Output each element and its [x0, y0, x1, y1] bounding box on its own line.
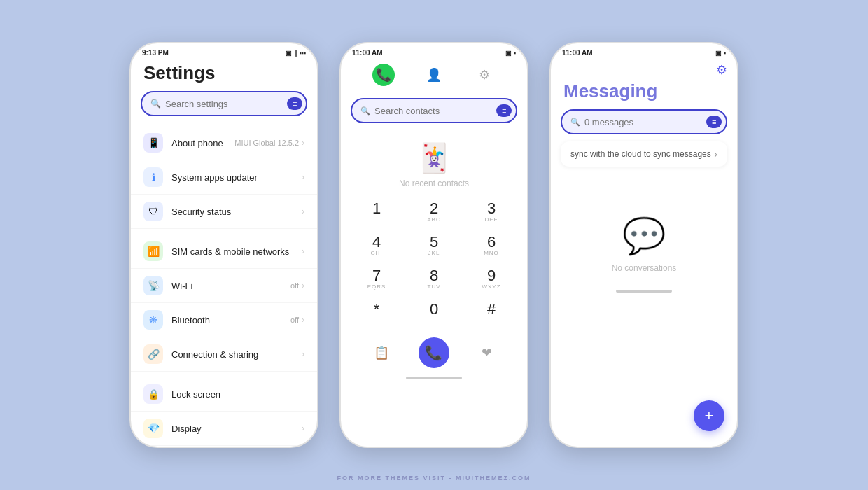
settings-item-sim[interactable]: 📶 SIM cards & mobile networks ›	[131, 234, 317, 269]
search-settings-input[interactable]	[165, 99, 283, 109]
display-text: Display	[172, 424, 293, 434]
settings-gear-icon[interactable]: ⚙	[716, 62, 727, 78]
settings-item-wifi[interactable]: 📡 Wi-Fi off ›	[131, 269, 317, 303]
dialer-topbar: 📞 👤 ⚙	[341, 59, 527, 92]
chevron-icon-3: ›	[302, 206, 304, 216]
dial-hash[interactable]: #	[463, 296, 520, 330]
dialpad: 1 2 ABC 3 DEF 4 GHI 5 JKL 6 MNO	[341, 195, 527, 330]
dial-star[interactable]: *	[348, 296, 405, 330]
messaging-search-bar[interactable]: 🔍 ≡	[561, 109, 727, 134]
settings-item-bluetooth[interactable]: ❋ Bluetooth off ›	[131, 303, 317, 337]
about-label: About phone	[172, 138, 226, 148]
dial-5[interactable]: 5 JKL	[405, 229, 463, 262]
lockscreen-label: Lock screen	[172, 389, 304, 400]
security-icon: 🛡	[144, 202, 163, 221]
settings-item-sound[interactable]: 🔔 Sound & vibration ›	[131, 446, 317, 448]
search-contacts-input[interactable]	[374, 106, 492, 116]
tab-contacts[interactable]: 👤	[423, 64, 445, 86]
dialer-menu-icon[interactable]: ≡	[496, 104, 512, 117]
msg-menu-icon[interactable]: ≡	[706, 115, 722, 128]
bt-status: off	[290, 316, 299, 324]
sysapps-icon: ℹ	[144, 167, 163, 187]
about-right: MIUI Global 12.5.2 ›	[234, 138, 304, 148]
dial-7[interactable]: 7 PQRS	[348, 262, 405, 296]
recents-tab[interactable]: 📋	[366, 337, 397, 368]
bt-right: off ›	[290, 315, 304, 325]
chevron-icon-9: ›	[302, 424, 304, 433]
lockscreen-icon: 🔒	[144, 384, 163, 404]
wifi-text: Wi-Fi	[172, 281, 282, 291]
status-icons-2: ▣ ▪	[505, 50, 516, 57]
connection-icon: 🔗	[144, 344, 163, 364]
phone-dialer: 11:00 AM ▣ ▪ 📞 👤 ⚙ 🔍 ≡ 🃏 No recent conta…	[340, 42, 528, 448]
dialer-bottom-bar: 📋 📞 ❤	[341, 330, 527, 374]
search-messages-input[interactable]	[584, 117, 702, 127]
messaging-topbar: ⚙	[551, 59, 737, 79]
no-contacts-icon: 🃏	[416, 141, 451, 174]
tab-settings[interactable]: ⚙	[473, 64, 496, 86]
phone-messaging: 11:00 AM ▣ ▪ ⚙ Messaging 🔍 ≡ sync with t…	[550, 42, 738, 448]
dialer-search-bar[interactable]: 🔍 ≡	[351, 98, 517, 123]
sync-text: sync with the cloud to sync messages	[570, 149, 711, 159]
divider-2	[131, 372, 317, 377]
settings-content: Settings 🔍 ≡ 📱 About phone MIUI Global 1…	[131, 59, 317, 448]
no-conv-text: No conversations	[612, 263, 677, 273]
favorites-tab[interactable]: ❤	[471, 337, 502, 368]
settings-item-security[interactable]: 🛡 Security status ›	[131, 195, 317, 229]
dial-6[interactable]: 6 MNO	[463, 229, 520, 262]
settings-title: Settings	[131, 59, 317, 91]
dial-3[interactable]: 3 DEF	[463, 195, 520, 229]
call-button[interactable]: 📞	[419, 337, 449, 368]
settings-item-lockscreen[interactable]: 🔒 Lock screen	[131, 377, 317, 412]
dial-9[interactable]: 9 WXYZ	[463, 262, 520, 296]
home-indicator-3	[616, 290, 672, 293]
sim-icon: 📶	[144, 241, 163, 261]
time-3: 11:00 AM	[562, 49, 593, 57]
wifi-status: off	[290, 281, 299, 290]
security-text: Security status	[172, 206, 293, 217]
dial-4[interactable]: 4 GHI	[348, 229, 405, 262]
no-contacts-area: 🃏 No recent contacts	[341, 127, 527, 195]
search-icon: 🔍	[150, 99, 161, 108]
settings-item-sysapps[interactable]: ℹ System apps updater ›	[131, 160, 317, 195]
settings-item-about[interactable]: 📱 About phone MIUI Global 12.5.2 ›	[131, 126, 317, 160]
sync-chevron-icon: ›	[714, 148, 718, 160]
messaging-title: Messaging	[551, 79, 737, 109]
lockscreen-text: Lock screen	[172, 389, 304, 400]
chevron-icon-2: ›	[302, 172, 304, 182]
sync-banner[interactable]: sync with the cloud to sync messages ›	[561, 141, 727, 167]
settings-item-display[interactable]: 💎 Display ›	[131, 412, 317, 446]
sim-text: SIM cards & mobile networks	[172, 246, 293, 257]
wifi-label: Wi-Fi	[172, 281, 282, 291]
chevron-icon-5: ›	[302, 281, 304, 290]
signal-icon: ▣ ∥ ▪▪▪	[286, 50, 306, 57]
about-sub: MIUI Global 12.5.2	[234, 139, 299, 147]
chevron-icon-6: ›	[302, 315, 304, 325]
dial-8[interactable]: 8 TUV	[405, 262, 463, 296]
chevron-icon-4: ›	[302, 246, 304, 256]
status-bar-3: 11:00 AM ▣ ▪	[551, 43, 737, 59]
watermark: FOR MORE THEMES VISIT - MIUITHEMEZ.COM	[337, 475, 531, 482]
status-icons-3: ▣ ▪	[715, 50, 726, 57]
sysapps-text: System apps updater	[172, 172, 293, 183]
msg-search-icon: 🔍	[570, 118, 580, 127]
display-icon: 💎	[144, 419, 163, 438]
settings-item-connection[interactable]: 🔗 Connection & sharing ›	[131, 337, 317, 372]
dial-0[interactable]: 0	[405, 296, 463, 330]
security-label: Security status	[172, 206, 293, 217]
compose-fab[interactable]: +	[694, 400, 724, 431]
dial-2[interactable]: 2 ABC	[405, 195, 463, 229]
status-bar-1: 9:13 PM ▣ ∥ ▪▪▪	[131, 43, 317, 59]
display-label: Display	[172, 424, 293, 434]
tab-phone[interactable]: 📞	[372, 64, 395, 86]
time-2: 11:00 AM	[352, 49, 383, 57]
menu-icon[interactable]: ≡	[287, 97, 302, 110]
dial-1[interactable]: 1	[348, 195, 405, 229]
bluetooth-icon: ❋	[144, 310, 163, 330]
settings-search-bar[interactable]: 🔍 ≡	[141, 91, 307, 116]
no-contacts-text: No recent contacts	[399, 178, 469, 188]
connection-label: Connection & sharing	[172, 349, 293, 360]
battery-icon: ▣ ▪	[505, 50, 516, 57]
wifi-right: off ›	[290, 281, 304, 290]
about-text: About phone	[172, 138, 226, 148]
